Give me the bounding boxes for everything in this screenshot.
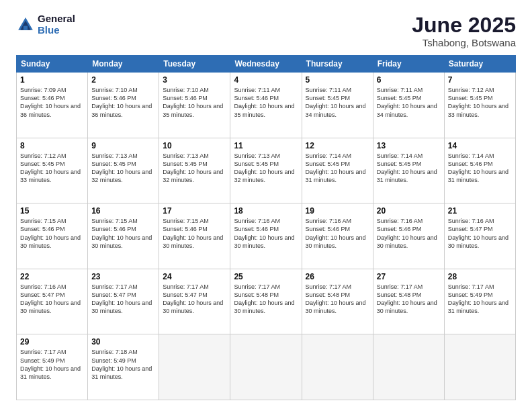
cell-day-16: 16Sunrise: 7:15 AMSunset: 5:46 PMDayligh… xyxy=(88,203,159,269)
header-monday: Monday xyxy=(88,56,159,73)
logo: General Blue xyxy=(16,13,75,36)
cell-day-26: 26Sunrise: 7:17 AMSunset: 5:48 PMDayligh… xyxy=(302,269,373,334)
cell-day-30: 30Sunrise: 7:18 AMSunset: 5:49 PMDayligh… xyxy=(88,334,159,400)
svg-rect-2 xyxy=(24,26,28,30)
calendar-week-4: 22Sunrise: 7:16 AMSunset: 5:47 PMDayligh… xyxy=(17,269,516,334)
cell-day-13: 13Sunrise: 7:14 AMSunset: 5:45 PMDayligh… xyxy=(373,138,444,203)
logo-general-text: General xyxy=(38,13,75,25)
cell-day-5: 5Sunrise: 7:11 AMSunset: 5:45 PMDaylight… xyxy=(302,73,373,138)
cell-day-empty-w4-6 xyxy=(444,334,515,400)
month-title: June 2025 xyxy=(412,13,516,37)
cell-day-18: 18Sunrise: 7:16 AMSunset: 5:46 PMDayligh… xyxy=(230,203,302,269)
cell-day-8: 8Sunrise: 7:12 AMSunset: 5:45 PMDaylight… xyxy=(17,138,88,203)
cell-day-15: 15Sunrise: 7:15 AMSunset: 5:46 PMDayligh… xyxy=(17,203,88,269)
logo-text: General Blue xyxy=(38,13,75,36)
cell-day-12: 12Sunrise: 7:14 AMSunset: 5:45 PMDayligh… xyxy=(302,138,373,203)
calendar-week-1: 1Sunrise: 7:09 AMSunset: 5:46 PMDaylight… xyxy=(17,73,516,138)
cell-day-10: 10Sunrise: 7:13 AMSunset: 5:45 PMDayligh… xyxy=(159,138,230,203)
calendar-header-row: Sunday Monday Tuesday Wednesday Thursday… xyxy=(17,56,516,73)
header: General Blue June 2025 Tshabong, Botswan… xyxy=(16,13,516,48)
cell-day-empty-w4-3 xyxy=(230,334,302,400)
cell-day-9: 9Sunrise: 7:13 AMSunset: 5:45 PMDaylight… xyxy=(88,138,159,203)
header-tuesday: Tuesday xyxy=(159,56,230,73)
page: General Blue June 2025 Tshabong, Botswan… xyxy=(0,0,532,411)
logo-blue-text: Blue xyxy=(38,25,75,36)
cell-day-19: 19Sunrise: 7:16 AMSunset: 5:46 PMDayligh… xyxy=(302,203,373,269)
cell-day-empty-w4-4 xyxy=(302,334,373,400)
cell-day-20: 20Sunrise: 7:16 AMSunset: 5:46 PMDayligh… xyxy=(373,203,444,269)
header-wednesday: Wednesday xyxy=(230,56,302,73)
location: Tshabong, Botswana xyxy=(412,37,516,48)
cell-day-22: 22Sunrise: 7:16 AMSunset: 5:47 PMDayligh… xyxy=(17,269,88,334)
calendar-week-5: 29Sunrise: 7:17 AMSunset: 5:49 PMDayligh… xyxy=(17,334,516,400)
cell-day-23: 23Sunrise: 7:17 AMSunset: 5:47 PMDayligh… xyxy=(88,269,159,334)
cell-day-7: 7Sunrise: 7:12 AMSunset: 5:45 PMDaylight… xyxy=(444,73,515,138)
header-thursday: Thursday xyxy=(302,56,373,73)
cell-day-24: 24Sunrise: 7:17 AMSunset: 5:47 PMDayligh… xyxy=(159,269,230,334)
cell-day-empty-w4-2 xyxy=(159,334,230,400)
header-saturday: Saturday xyxy=(444,56,515,73)
header-sunday: Sunday xyxy=(17,56,88,73)
logo-icon xyxy=(16,15,35,34)
cell-day-1: 1Sunrise: 7:09 AMSunset: 5:46 PMDaylight… xyxy=(17,73,88,138)
cell-day-21: 21Sunrise: 7:16 AMSunset: 5:47 PMDayligh… xyxy=(444,203,515,269)
cell-day-6: 6Sunrise: 7:11 AMSunset: 5:45 PMDaylight… xyxy=(373,73,444,138)
header-friday: Friday xyxy=(373,56,444,73)
calendar-week-2: 8Sunrise: 7:12 AMSunset: 5:45 PMDaylight… xyxy=(17,138,516,203)
cell-day-empty-w4-5 xyxy=(373,334,444,400)
cell-day-25: 25Sunrise: 7:17 AMSunset: 5:48 PMDayligh… xyxy=(230,269,302,334)
cell-day-4: 4Sunrise: 7:11 AMSunset: 5:46 PMDaylight… xyxy=(230,73,302,138)
cell-day-14: 14Sunrise: 7:14 AMSunset: 5:46 PMDayligh… xyxy=(444,138,515,203)
cell-day-29: 29Sunrise: 7:17 AMSunset: 5:49 PMDayligh… xyxy=(17,334,88,400)
calendar-week-3: 15Sunrise: 7:15 AMSunset: 5:46 PMDayligh… xyxy=(17,203,516,269)
cell-day-28: 28Sunrise: 7:17 AMSunset: 5:49 PMDayligh… xyxy=(444,269,515,334)
cell-day-11: 11Sunrise: 7:13 AMSunset: 5:45 PMDayligh… xyxy=(230,138,302,203)
calendar-table: Sunday Monday Tuesday Wednesday Thursday… xyxy=(16,55,516,400)
cell-day-17: 17Sunrise: 7:15 AMSunset: 5:46 PMDayligh… xyxy=(159,203,230,269)
title-block: June 2025 Tshabong, Botswana xyxy=(412,13,516,48)
cell-day-27: 27Sunrise: 7:17 AMSunset: 5:48 PMDayligh… xyxy=(373,269,444,334)
cell-day-2: 2Sunrise: 7:10 AMSunset: 5:46 PMDaylight… xyxy=(88,73,159,138)
cell-day-3: 3Sunrise: 7:10 AMSunset: 5:46 PMDaylight… xyxy=(159,73,230,138)
